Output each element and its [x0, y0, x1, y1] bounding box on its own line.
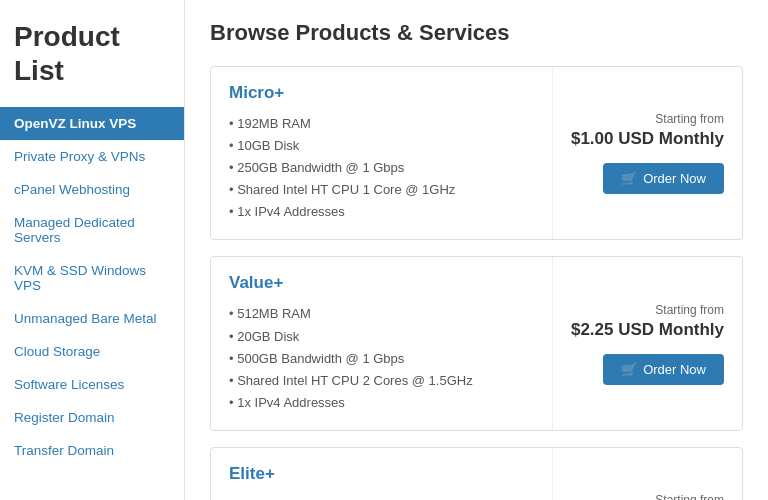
product-pricing-micro: Starting from$1.00 USD Monthly🛒Order Now — [552, 67, 742, 239]
sidebar-item-licenses[interactable]: Software Licenses — [0, 368, 184, 401]
sidebar-item-kvm[interactable]: KVM & SSD Windows VPS — [0, 254, 184, 302]
sidebar-item-storage[interactable]: Cloud Storage — [0, 335, 184, 368]
sidebar-item-register[interactable]: Register Domain — [0, 401, 184, 434]
order-now-button[interactable]: 🛒Order Now — [603, 354, 724, 385]
product-name-micro: Micro+ — [229, 83, 534, 103]
feature-item: Shared Intel HT CPU 2 Cores @ 1.5GHz — [229, 370, 534, 392]
sidebar-item-cpanel[interactable]: cPanel Webhosting — [0, 173, 184, 206]
feature-item: 1x IPv4 Addresses — [229, 201, 534, 223]
starting-from-label: Starting from — [655, 112, 724, 126]
product-list: Micro+192MB RAM10GB Disk250GB Bandwidth … — [210, 66, 743, 500]
product-pricing-elite: Starting from$4.00 USD Monthly🛒Order Now — [552, 448, 742, 500]
sidebar-title: Product List — [0, 10, 184, 107]
product-pricing-value: Starting from$2.25 USD Monthly🛒Order Now — [552, 257, 742, 429]
starting-from-label: Starting from — [655, 303, 724, 317]
feature-item: 1GB RAM — [229, 494, 534, 500]
product-name-value: Value+ — [229, 273, 534, 293]
main-title: Browse Products & Services — [210, 20, 743, 46]
product-info-elite: Elite+1GB RAM30GB Disk1TB Bandwidth @ 10… — [211, 448, 552, 500]
sidebar-item-transfer[interactable]: Transfer Domain — [0, 434, 184, 467]
sidebar-item-proxy[interactable]: Private Proxy & VPNs — [0, 140, 184, 173]
product-features-micro: 192MB RAM10GB Disk250GB Bandwidth @ 1 Gb… — [229, 113, 534, 223]
product-info-value: Value+512MB RAM20GB Disk500GB Bandwidth … — [211, 257, 552, 429]
sidebar-item-baremetal[interactable]: Unmanaged Bare Metal — [0, 302, 184, 335]
page-container: Product List OpenVZ Linux VPSPrivate Pro… — [0, 0, 768, 500]
product-card-value: Value+512MB RAM20GB Disk500GB Bandwidth … — [210, 256, 743, 430]
order-now-button[interactable]: 🛒Order Now — [603, 163, 724, 194]
product-name-elite: Elite+ — [229, 464, 534, 484]
feature-item: 250GB Bandwidth @ 1 Gbps — [229, 157, 534, 179]
order-now-label: Order Now — [643, 362, 706, 377]
product-price: $2.25 USD Monthly — [571, 320, 724, 340]
sidebar: Product List OpenVZ Linux VPSPrivate Pro… — [0, 0, 185, 500]
product-price: $1.00 USD Monthly — [571, 129, 724, 149]
product-features-value: 512MB RAM20GB Disk500GB Bandwidth @ 1 Gb… — [229, 303, 534, 413]
product-info-micro: Micro+192MB RAM10GB Disk250GB Bandwidth … — [211, 67, 552, 239]
product-features-elite: 1GB RAM30GB Disk1TB Bandwidth @ 1000 Mbp… — [229, 494, 534, 500]
product-card-elite: Elite+1GB RAM30GB Disk1TB Bandwidth @ 10… — [210, 447, 743, 500]
sidebar-item-dedicated[interactable]: Managed Dedicated Servers — [0, 206, 184, 254]
starting-from-label: Starting from — [655, 493, 724, 500]
main-content: Browse Products & Services Micro+192MB R… — [185, 0, 768, 500]
feature-item: Shared Intel HT CPU 1 Core @ 1GHz — [229, 179, 534, 201]
sidebar-nav: OpenVZ Linux VPSPrivate Proxy & VPNscPan… — [0, 107, 184, 467]
product-card-micro: Micro+192MB RAM10GB Disk250GB Bandwidth … — [210, 66, 743, 240]
feature-item: 192MB RAM — [229, 113, 534, 135]
cart-icon: 🛒 — [621, 171, 637, 186]
feature-item: 10GB Disk — [229, 135, 534, 157]
sidebar-item-openvz[interactable]: OpenVZ Linux VPS — [0, 107, 184, 140]
feature-item: 500GB Bandwidth @ 1 Gbps — [229, 348, 534, 370]
feature-item: 1x IPv4 Addresses — [229, 392, 534, 414]
feature-item: 20GB Disk — [229, 326, 534, 348]
feature-item: 512MB RAM — [229, 303, 534, 325]
cart-icon: 🛒 — [621, 362, 637, 377]
order-now-label: Order Now — [643, 171, 706, 186]
